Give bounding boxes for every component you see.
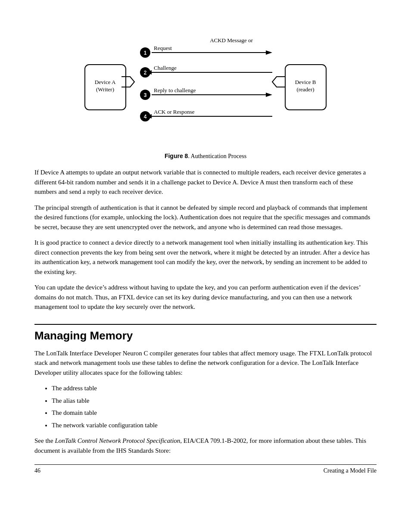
paragraph-3: It is good practice to connect a device …: [34, 238, 377, 277]
svg-text:Request: Request: [154, 45, 172, 51]
see-text-pre: See the: [34, 437, 55, 444]
bullet-item-3: The domain table: [52, 408, 377, 418]
figure-caption-rest: . Authentication Process: [188, 153, 246, 159]
svg-text:3: 3: [144, 92, 147, 98]
figure-container: Device A (Writer) Device B (reader) ACKD…: [34, 26, 377, 160]
footer-right-text: Creating a Model File: [324, 467, 377, 474]
bullet-item-1: The address table: [52, 383, 377, 393]
svg-text:(reader): (reader): [296, 86, 314, 93]
paragraph-2: The principal strength of authentication…: [34, 203, 377, 232]
svg-text:ACK or Response: ACK or Response: [154, 109, 195, 115]
svg-text:Device B: Device B: [295, 79, 316, 85]
svg-text:(Writer): (Writer): [96, 86, 114, 93]
svg-text:1: 1: [144, 50, 147, 56]
section-heading: Managing Memory: [34, 324, 377, 342]
bullet-item-4: The network variable configuration table: [52, 420, 377, 430]
paragraph-1: If Device A attempts to update an output…: [34, 168, 377, 197]
footer: 46 Creating a Model File: [34, 464, 377, 474]
section-paragraph-1: The LonTalk Interface Developer Neuron C…: [34, 348, 377, 378]
page: Device A (Writer) Device B (reader) ACKD…: [0, 0, 411, 487]
authentication-diagram: Device A (Writer) Device B (reader) ACKD…: [81, 26, 330, 151]
figure-caption: Figure 8. Authentication Process: [165, 152, 246, 160]
footer-page-num: 46: [34, 467, 40, 474]
svg-text:2: 2: [144, 70, 147, 76]
svg-marker-20: [266, 93, 272, 97]
svg-text:Device A: Device A: [95, 79, 116, 85]
see-text-italic: LonTalk Control Network Protocol Specifi…: [55, 437, 180, 444]
svg-marker-10: [266, 50, 272, 55]
svg-text:Challenge: Challenge: [154, 65, 177, 71]
paragraph-4: You can update the device’s address with…: [34, 283, 377, 312]
bullet-item-2: The alias table: [52, 396, 377, 406]
see-text: See the LonTalk Control Network Protocol…: [34, 436, 377, 455]
bullet-list: The address table The alias table The do…: [52, 383, 377, 430]
svg-text:ACKD Message or: ACKD Message or: [210, 37, 253, 44]
figure-caption-bold: Figure 8: [165, 152, 188, 159]
svg-text:4: 4: [144, 114, 147, 120]
svg-text:Reply to challenge: Reply to challenge: [154, 87, 196, 93]
